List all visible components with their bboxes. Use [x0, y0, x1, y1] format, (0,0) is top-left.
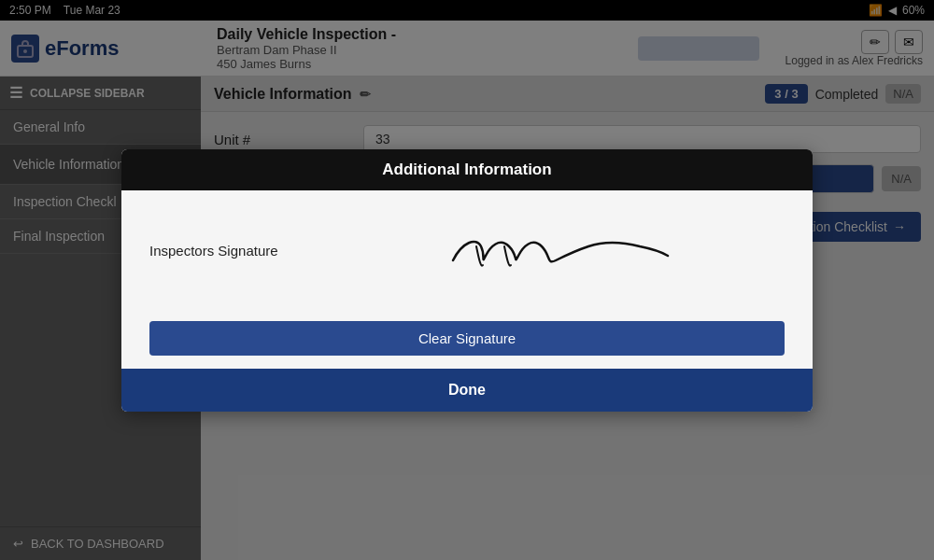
additional-info-modal: Additional Information Inspectors Signat… [121, 149, 813, 412]
modal-header: Additional Information [121, 149, 813, 190]
signature-drawing [425, 214, 686, 288]
modal-title: Additional Information [382, 161, 551, 178]
clear-signature-button[interactable]: Clear Signature [149, 321, 785, 356]
signature-label: Inspectors Signature [149, 243, 299, 259]
modal-actions: Clear Signature [121, 321, 813, 369]
modal-overlay[interactable]: Additional Information Inspectors Signat… [0, 0, 934, 560]
modal-footer: Done [121, 369, 813, 412]
modal-body: Inspectors Signature [121, 190, 813, 321]
signature-area[interactable] [327, 209, 785, 293]
done-button[interactable]: Done [121, 369, 813, 412]
